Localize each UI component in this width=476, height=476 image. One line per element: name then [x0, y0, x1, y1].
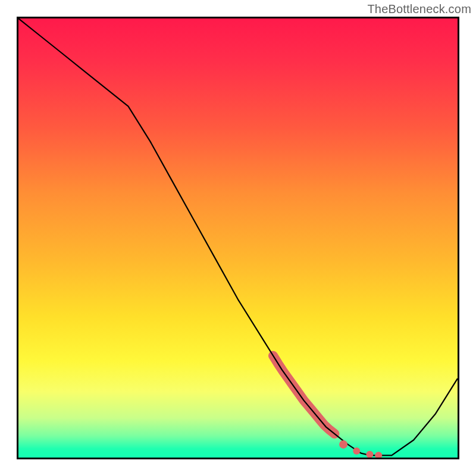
highlight-dot — [339, 440, 347, 449]
plot-frame — [17, 17, 459, 459]
highlight-dots — [339, 440, 382, 458]
highlight-dot — [375, 452, 382, 458]
chart-container: TheBottleneck.com — [0, 0, 476, 476]
highlight-dot — [353, 447, 360, 455]
watermark-text: TheBottleneck.com — [367, 2, 471, 16]
bottleneck-curve — [18, 18, 458, 455]
highlight-thick-segment — [273, 356, 334, 434]
highlight-dot — [366, 451, 373, 458]
curve-layer — [18, 18, 458, 458]
